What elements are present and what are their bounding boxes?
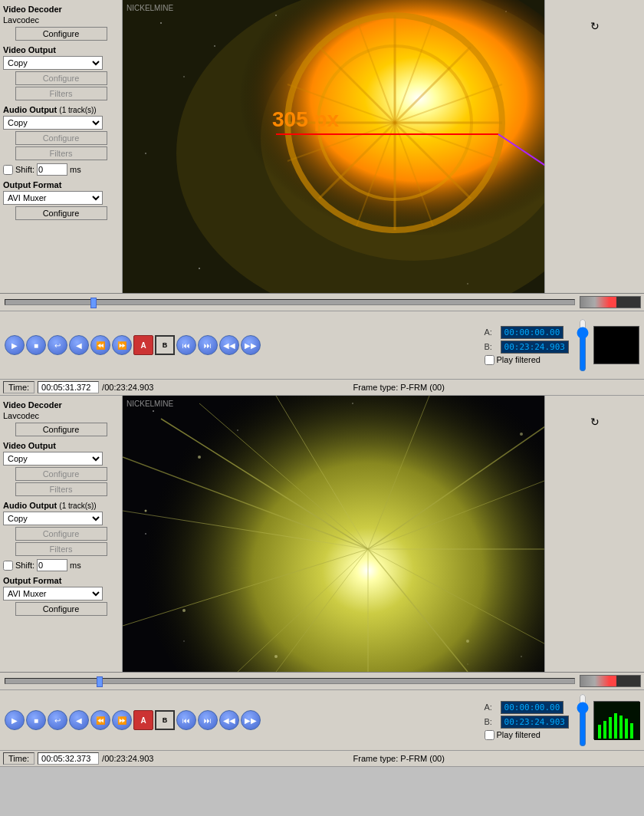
output-format-select-2[interactable]: AVI Muxer (3, 587, 103, 600)
play-filtered-row-2: Play filtered (485, 730, 569, 740)
b-marker-btn-2[interactable]: B (155, 710, 175, 730)
configure-btn-1d[interactable]: Configure (15, 206, 107, 220)
svg-point-64 (466, 640, 469, 643)
time-display-2: A: 00:00:00.00 B: 00:23:24.903 Play filt… (485, 701, 569, 740)
level-fill-1 (580, 297, 616, 308)
play-btn-2[interactable]: ▶ (5, 710, 25, 730)
seekbar-thumb-2[interactable] (97, 676, 103, 687)
audio-output-select-2[interactable]: Copy (3, 512, 103, 525)
svg-point-9 (145, 153, 146, 154)
video-area-2: NICKELMINE NET (123, 396, 544, 672)
a-marker-btn-1[interactable]: A (133, 335, 153, 355)
time-value-2: 00:05:32.373 (38, 752, 99, 765)
configure-btn-1b[interactable]: Configure (15, 71, 107, 85)
shift-input-2[interactable] (37, 559, 67, 571)
stop-btn-1[interactable]: ■ (26, 335, 46, 355)
play-filtered-checkbox-2[interactable] (485, 730, 495, 740)
filters-btn-2b[interactable]: Filters (15, 542, 107, 556)
svg-point-65 (145, 510, 147, 512)
back-btn-1[interactable]: ↩ (48, 335, 67, 355)
level-meter-1 (580, 296, 641, 308)
configure-btn-1a[interactable]: Configure (15, 27, 107, 41)
seekbar-2[interactable] (5, 678, 575, 684)
time-row-a-2: A: 00:00:00.00 (485, 701, 569, 714)
svg-point-1 (160, 22, 162, 24)
configure-btn-2c[interactable]: Configure (15, 527, 107, 541)
play-filtered-checkbox-1[interactable] (485, 355, 495, 365)
lavcodec-1: Lavcodec (3, 15, 119, 25)
volume-slider-2[interactable] (577, 693, 589, 747)
configure-btn-2d[interactable]: Configure (15, 602, 107, 616)
b-marker-btn-1[interactable]: B (155, 335, 175, 355)
back-btn-2[interactable]: ↩ (48, 710, 67, 730)
stop-btn-2[interactable]: ■ (26, 710, 46, 730)
prev-key-btn-1[interactable]: ⏪ (90, 335, 110, 355)
panel-1: Video Decoder Lavcodec Configure Video O… (0, 0, 644, 294)
frame-type-1: Frame type: P-FRM (00) (353, 383, 445, 392)
audio-output-label-2: Audio Output (1 track(s)) (3, 501, 119, 510)
volume-slider-1[interactable] (577, 318, 589, 372)
svg-rect-74 (619, 716, 623, 739)
configure-btn-1c[interactable]: Configure (15, 131, 107, 145)
rotate-icon-2[interactable]: ↻ (587, 414, 603, 429)
shift-row-1: Shift: ms (3, 163, 119, 176)
seekbar-container-2 (0, 673, 644, 690)
next-key-btn-1[interactable]: ⏩ (112, 335, 132, 355)
shift-input-1[interactable] (37, 163, 67, 176)
prev-scene-btn-1[interactable]: ◀◀ (219, 335, 239, 355)
svg-point-63 (274, 655, 278, 658)
output-format-select-1[interactable]: AVI Muxer (3, 191, 103, 205)
seekbar-thumb-1[interactable] (90, 298, 97, 308)
prev-scene-btn-2[interactable]: ◀◀ (219, 710, 239, 730)
rotate-icon-1[interactable]: ↻ (587, 18, 603, 34)
shift-label-1: Shift: (15, 165, 34, 174)
video-area-1: 305 px 374 px NICKELMINE NET (123, 0, 544, 293)
next-scene-btn-2[interactable]: ▶▶ (241, 710, 261, 730)
seekbar-1[interactable] (5, 299, 575, 305)
next-key-btn-2[interactable]: ⏩ (112, 710, 132, 730)
next-frame-btn-2[interactable]: ⏭ (198, 710, 218, 730)
step-back-btn-2[interactable]: ◀ (69, 710, 89, 730)
prev-key-btn-2[interactable]: ⏪ (90, 710, 110, 730)
step-back-btn-1[interactable]: ◀ (69, 335, 89, 355)
svg-rect-73 (614, 713, 617, 739)
audio-output-select-1[interactable]: Copy (3, 116, 103, 130)
miniview-1 (593, 326, 639, 364)
next-scene-btn-1[interactable]: ▶▶ (241, 335, 261, 355)
shift-checkbox-2[interactable] (3, 561, 13, 571)
a-marker-btn-2[interactable]: A (133, 710, 153, 730)
time-label-2: Time: (3, 752, 34, 765)
a-label-1: A: (485, 327, 498, 337)
transport-2: ▶ ■ ↩ ◀ ⏪ ⏩ A B ⏮ ⏭ ◀◀ ▶▶ A: 00:00:00.00… (0, 690, 644, 751)
play-btn-1[interactable]: ▶ (5, 335, 25, 355)
configure-btn-2a[interactable]: Configure (15, 423, 107, 436)
video-decoder-label-2: Video Decoder (3, 400, 119, 410)
level-fill-2 (580, 676, 616, 686)
time-row-b-1: B: 00:23:24.903 (485, 341, 569, 354)
shift-checkbox-1[interactable] (3, 165, 13, 175)
filters-btn-1a[interactable]: Filters (15, 87, 107, 100)
time-label-1: Time: (3, 381, 34, 393)
svg-point-61 (182, 609, 186, 612)
video-svg-2: NICKELMINE NET (123, 396, 544, 672)
total-time-1: /00:23:24.903 (102, 383, 153, 392)
video-frame-1: 305 px 374 px NICKELMINE NET (123, 0, 544, 293)
volume-area-2 (577, 693, 589, 747)
play-filtered-label-2: Play filtered (497, 730, 540, 739)
shift-unit-2: ms (70, 561, 81, 570)
b-label-2: B: (485, 717, 498, 726)
prev-frame-btn-2[interactable]: ⏮ (176, 710, 196, 730)
filters-btn-1b[interactable]: Filters (15, 146, 107, 160)
configure-btn-2b[interactable]: Configure (15, 467, 107, 481)
play-filtered-row-1: Play filtered (485, 355, 569, 365)
video-output-select-2[interactable]: Copy (3, 452, 103, 466)
volume-area-1 (577, 314, 589, 376)
time-row-b-2: B: 00:23:24.903 (485, 716, 569, 729)
b-timebox-2: 00:23:24.903 (501, 716, 569, 729)
filters-btn-2a[interactable]: Filters (15, 482, 107, 496)
next-frame-btn-1[interactable]: ⏭ (198, 335, 218, 355)
prev-frame-btn-1[interactable]: ⏮ (176, 335, 196, 355)
svg-text:NICKELMINE: NICKELMINE (127, 4, 173, 12)
a-label-2: A: (485, 702, 498, 712)
video-output-select-1[interactable]: Copy (3, 56, 103, 70)
